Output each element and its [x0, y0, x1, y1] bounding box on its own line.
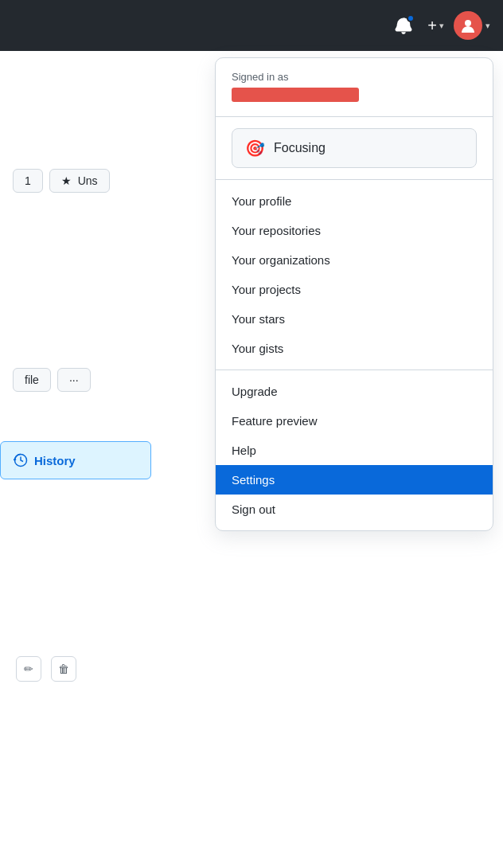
menu-item-your-profile[interactable]: Your profile	[216, 186, 493, 216]
tab-more[interactable]: ···	[57, 368, 91, 392]
svg-point-0	[465, 20, 471, 26]
menu-item-your-organizations[interactable]: Your organizations	[216, 245, 493, 275]
action-buttons: ✏ 🗑	[0, 656, 92, 682]
avatar-chevron-icon: ▾	[485, 21, 490, 31]
menu-item-your-stars[interactable]: Your stars	[216, 304, 493, 334]
tab-unstaged[interactable]: ★ Uns	[49, 169, 110, 193]
menu-section-profile: Your profile Your repositories Your orga…	[216, 179, 493, 369]
menu-item-your-projects[interactable]: Your projects	[216, 275, 493, 304]
background-tabs: 1 ★ Uns	[0, 169, 123, 193]
username-redacted	[232, 88, 359, 102]
signed-in-label: Signed in as	[232, 71, 477, 83]
edit-button[interactable]: ✏	[16, 656, 41, 682]
focusing-icon: 🎯	[244, 137, 266, 159]
history-button[interactable]: History	[0, 441, 151, 479]
history-icon	[14, 453, 28, 467]
focusing-button[interactable]: 🎯 Focusing	[232, 128, 477, 168]
focusing-label: Focusing	[274, 141, 326, 155]
menu-section-settings: Upgrade Feature preview Help Settings Si…	[216, 369, 493, 530]
menu-item-feature-preview[interactable]: Feature preview	[216, 406, 493, 436]
menu-item-settings[interactable]: Settings	[216, 465, 493, 495]
menu-item-your-repositories[interactable]: Your repositories	[216, 216, 493, 245]
delete-button[interactable]: 🗑	[51, 656, 76, 682]
user-dropdown-menu: Signed in as 🎯 Focusing Your profile You…	[215, 57, 493, 531]
top-navbar: + ▾ ▾	[0, 0, 503, 51]
plus-icon: +	[427, 17, 437, 35]
menu-item-help[interactable]: Help	[216, 436, 493, 465]
create-new-button[interactable]: + ▾	[427, 17, 444, 35]
tab-file[interactable]: file	[13, 368, 51, 392]
chevron-down-icon: ▾	[439, 21, 444, 31]
avatar[interactable]	[454, 11, 482, 40]
notifications-button[interactable]	[389, 11, 418, 40]
user-avatar-dropdown[interactable]: ▾	[454, 11, 490, 40]
history-label: History	[34, 454, 76, 467]
menu-item-upgrade[interactable]: Upgrade	[216, 377, 493, 406]
avatar-icon	[459, 17, 477, 34]
tab-number[interactable]: 1	[13, 169, 43, 193]
menu-item-your-gists[interactable]: Your gists	[216, 334, 493, 363]
dropdown-header: Signed in as	[216, 58, 493, 117]
menu-item-sign-out[interactable]: Sign out	[216, 495, 493, 524]
notification-dot	[407, 14, 415, 22]
